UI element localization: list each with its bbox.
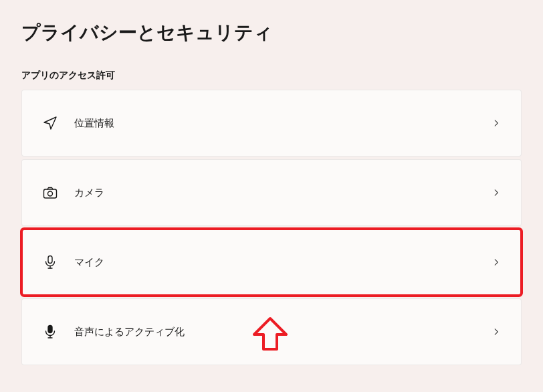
microphone-icon (41, 253, 60, 272)
settings-item-label: 音声によるアクティブ化 (74, 326, 490, 338)
settings-item-label: マイク (74, 256, 490, 269)
camera-icon (41, 183, 60, 202)
settings-item-camera[interactable]: カメラ (21, 159, 522, 226)
svg-rect-5 (48, 326, 52, 333)
settings-item-location[interactable]: 位置情報 (21, 90, 522, 157)
svg-rect-2 (48, 256, 52, 264)
svg-rect-0 (44, 189, 57, 198)
location-icon (41, 114, 60, 132)
page-title: プライバシーとセキュリティ (21, 20, 522, 45)
section-label-app-permissions: アプリのアクセス許可 (21, 70, 522, 82)
settings-item-voice-activation[interactable]: 音声によるアクティブ化 (21, 298, 522, 365)
svg-point-1 (48, 191, 53, 196)
settings-item-label: カメラ (74, 187, 490, 199)
chevron-right-icon (490, 187, 502, 199)
chevron-right-icon (490, 326, 502, 338)
settings-item-microphone[interactable]: マイク (21, 229, 522, 296)
chevron-right-icon (490, 117, 502, 129)
settings-list: 位置情報 カメラ (21, 90, 522, 365)
settings-item-label: 位置情報 (74, 117, 490, 130)
chevron-right-icon (490, 256, 502, 268)
voice-activation-icon (41, 322, 60, 341)
